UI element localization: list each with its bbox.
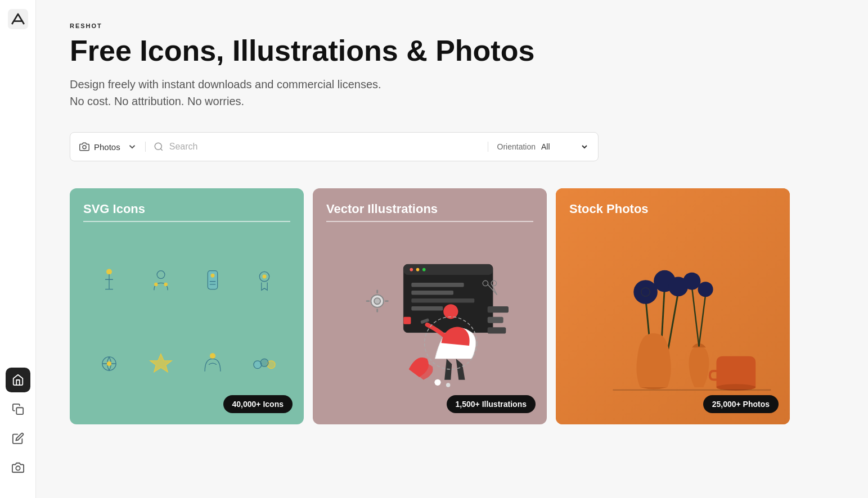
svg-point-27 (374, 298, 380, 304)
svg-point-36 (422, 268, 426, 271)
search-input[interactable] (169, 142, 488, 152)
svg-line-61 (692, 287, 699, 347)
card-illustrations-title: Vector Illustrations (326, 202, 533, 216)
card-photos[interactable]: Stock Photos (556, 188, 790, 424)
card-icons[interactable]: SVG Icons (70, 188, 304, 424)
svg-point-14 (211, 274, 215, 278)
svg-line-62 (699, 295, 705, 347)
illustration-preview (326, 233, 533, 411)
svg-rect-39 (411, 298, 474, 302)
orientation-label: Orientation (497, 142, 536, 151)
orientation-select[interactable]: All Landscape Portrait Square (539, 142, 589, 152)
brand-tag: RESHOT (70, 22, 834, 29)
svg-point-18 (263, 275, 267, 279)
sidebar-item-copy[interactable] (6, 397, 30, 422)
svg-rect-50 (488, 328, 506, 334)
search-type-selector[interactable]: Photos (79, 142, 146, 152)
svg-point-3 (83, 146, 86, 149)
svg-point-11 (155, 283, 158, 286)
svg-rect-40 (411, 306, 443, 310)
svg-point-12 (164, 283, 167, 286)
svg-rect-1 (16, 408, 23, 414)
icon-cell-8 (244, 349, 285, 378)
svg-point-6 (107, 269, 112, 274)
cards-grid: SVG Icons (70, 188, 790, 424)
card-illustrations-count: 1,500+ Illustrations (447, 395, 536, 413)
svg-point-10 (157, 271, 165, 279)
svg-point-34 (410, 268, 413, 271)
search-type-label: Photos (94, 142, 120, 152)
sidebar-item-home[interactable] (6, 368, 30, 392)
icons-preview-grid (83, 233, 290, 411)
icon-cell-3 (192, 266, 233, 295)
icon-cell-7 (192, 349, 233, 378)
svg-rect-37 (411, 283, 464, 287)
camera-icon (79, 142, 89, 152)
search-icon (154, 142, 164, 152)
card-photos-count: 25,000+ Photos (703, 395, 779, 413)
icon-cell-5 (89, 349, 129, 378)
hero-subtitle: Design freely with instant downloads and… (70, 76, 834, 110)
chevron-down-icon (127, 142, 137, 152)
logo[interactable] (8, 9, 28, 31)
svg-line-5 (160, 149, 162, 151)
search-input-area (146, 142, 488, 152)
icon-cell-4 (244, 266, 285, 295)
svg-rect-49 (488, 317, 503, 323)
svg-point-21 (107, 362, 111, 366)
svg-point-53 (446, 383, 450, 387)
svg-rect-51 (403, 317, 411, 324)
orientation-selector[interactable]: Orientation All Landscape Portrait Squar… (488, 142, 589, 152)
svg-point-63 (683, 273, 700, 290)
card-illustrations-underline (326, 221, 533, 222)
svg-rect-13 (208, 271, 217, 289)
card-icons-title: SVG Icons (83, 202, 290, 216)
search-bar: Photos Orientation All Landscape Portrai… (70, 132, 599, 161)
main-content: RESHOT Free Icons, Illustrations & Photo… (36, 0, 868, 498)
svg-point-64 (698, 282, 713, 297)
svg-point-2 (16, 466, 20, 470)
photo-illustration (569, 232, 776, 423)
svg-rect-48 (488, 306, 509, 313)
card-icons-underline (83, 221, 290, 222)
svg-point-4 (155, 143, 161, 150)
svg-point-35 (416, 268, 420, 271)
icon-cell-6 (141, 349, 181, 378)
sidebar (0, 0, 36, 498)
svg-point-60 (641, 288, 650, 296)
svg-point-25 (260, 359, 268, 367)
card-illustrations[interactable]: Vector Illustrations (313, 188, 547, 424)
sidebar-item-camera[interactable] (6, 455, 30, 480)
icon-cell-2 (141, 266, 181, 295)
card-icons-count: 40,000+ Icons (223, 395, 293, 413)
svg-rect-38 (411, 291, 453, 295)
icon-cell-1 (89, 266, 129, 295)
card-photos-title: Stock Photos (569, 202, 776, 216)
sidebar-item-edit[interactable] (6, 426, 30, 451)
svg-rect-0 (8, 9, 28, 29)
hero-title: Free Icons, Illustrations & Photos (70, 35, 834, 67)
svg-point-22 (210, 354, 215, 359)
svg-point-52 (434, 379, 440, 386)
